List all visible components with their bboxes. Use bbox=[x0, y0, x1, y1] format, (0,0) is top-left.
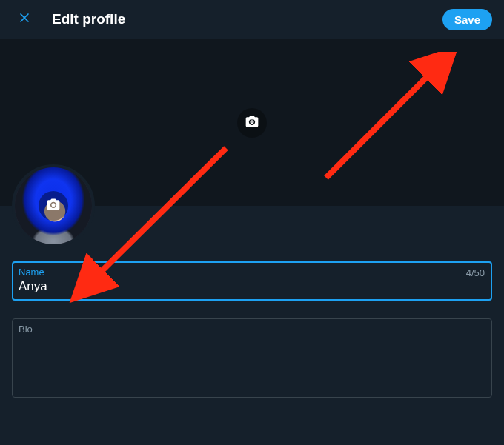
banner-upload-button[interactable] bbox=[237, 108, 267, 138]
name-field[interactable]: Name 4/50 bbox=[12, 261, 492, 301]
name-counter: 4/50 bbox=[466, 267, 485, 278]
bio-label: Bio bbox=[19, 324, 485, 335]
save-button[interactable]: Save bbox=[442, 9, 492, 30]
name-label: Name bbox=[19, 267, 485, 278]
modal-title: Edit profile bbox=[52, 11, 442, 27]
bio-field[interactable]: Bio bbox=[12, 318, 492, 398]
profile-form: Name 4/50 Bio bbox=[0, 261, 504, 398]
modal-header: Edit profile Save bbox=[0, 0, 504, 39]
close-icon bbox=[17, 10, 32, 28]
avatar-upload-button[interactable] bbox=[39, 191, 68, 221]
bio-input[interactable] bbox=[19, 336, 485, 388]
avatar bbox=[12, 164, 95, 247]
close-button[interactable] bbox=[12, 7, 37, 32]
name-input[interactable] bbox=[19, 279, 485, 294]
camera-icon bbox=[46, 197, 61, 215]
banner-image bbox=[0, 39, 504, 206]
camera-icon bbox=[245, 114, 259, 132]
